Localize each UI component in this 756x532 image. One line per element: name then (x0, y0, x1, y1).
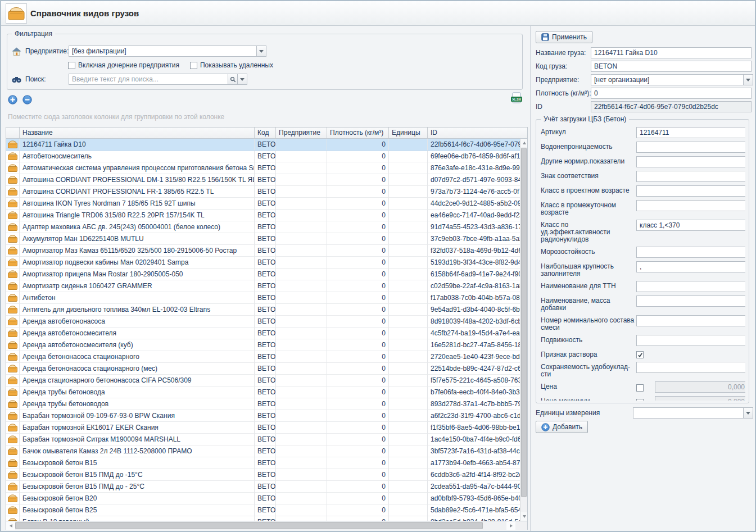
scroll-left-icon[interactable] (6, 521, 15, 530)
table-row[interactable]: Аренда трубы бетоноводов BETON 0 893d278… (6, 398, 521, 410)
table-row[interactable]: 12164711 Гайка D10 BETON 0 22fb5614-f6c7… (6, 139, 521, 151)
table-row[interactable]: Бетон В-10 товарный BETON 0 0bd3ee5d-b93… (6, 516, 521, 521)
cargo-name-input[interactable] (591, 48, 751, 58)
cargo-enterprise-label: Предприятие: (536, 76, 591, 84)
enterprise-filter-combo[interactable]: [без фильтрации] (69, 46, 266, 57)
table-row[interactable]: Аренда бетононасоса стационарного BETON … (6, 351, 521, 363)
add-row-button[interactable] (8, 95, 17, 104)
column-header-code[interactable]: Код (255, 128, 276, 138)
apply-button[interactable]: Применить (536, 31, 592, 43)
remove-row-button[interactable] (22, 95, 32, 104)
column-header-enterprise[interactable]: Предприятие (276, 128, 327, 138)
cell-units (389, 363, 428, 375)
table-row[interactable]: Безыскровой бетон В20 BETON 0 ad0bfbf9-5… (6, 493, 521, 504)
table-row[interactable]: Антибетон BETON 0 f17ab038-7c0b-404b-b57… (6, 292, 521, 304)
table-row[interactable]: Безыскровой бетон В15 ПМД до -15°С BETON… (6, 469, 521, 481)
add-button[interactable]: Добавить (536, 421, 588, 433)
search-icon[interactable] (228, 74, 237, 84)
field-checkbox[interactable] (636, 351, 644, 358)
column-header-id[interactable]: ID (428, 128, 528, 138)
table-row[interactable]: Адаптер маховика АБС дв. 245(243) 050004… (6, 221, 521, 233)
table-row[interactable]: Автобетоносмеситель BETON 0 69fee06e-db7… (6, 151, 521, 162)
price-enable-checkbox[interactable] (636, 384, 644, 392)
search-input[interactable] (69, 74, 228, 84)
field-input[interactable] (637, 362, 745, 372)
chevron-down-icon[interactable] (743, 75, 753, 85)
scroll-up-icon[interactable] (520, 139, 527, 147)
column-header-icon[interactable] (6, 128, 20, 138)
field-input[interactable] (637, 247, 745, 257)
horizontal-scrollbar[interactable] (6, 521, 527, 530)
field-input[interactable] (637, 128, 745, 138)
field-input[interactable] (637, 335, 745, 345)
table-row[interactable]: Аренда автобетоносмесителя BETON 0 4c5fb… (6, 328, 521, 339)
field-input[interactable] (637, 142, 745, 152)
cargo-density-input[interactable] (591, 88, 751, 98)
field-input[interactable] (637, 171, 745, 181)
scroll-right-icon[interactable] (506, 521, 515, 530)
units-combo[interactable] (633, 407, 753, 419)
export-xlsx-button[interactable]: XLSX (510, 92, 524, 106)
field-input[interactable] (637, 220, 745, 230)
horizontal-scroll-thumb[interactable] (15, 522, 483, 529)
field-input[interactable] (637, 186, 745, 196)
cbz-field-row: Номер номинального состава смеси (541, 315, 745, 331)
units-label: Единицы измерения (536, 409, 633, 417)
table-row[interactable]: Автошина IKON Tyres Nordman 7 185/65 R15… (6, 198, 521, 210)
table-row[interactable]: Барабан тормозной 09-109-67-93-0 BPW Ска… (6, 410, 521, 422)
table-row[interactable]: Амортизатр сиденья 1060427 GRAMMER BETON… (6, 280, 521, 292)
field-input[interactable] (637, 157, 745, 167)
search-options-chevron-icon[interactable] (237, 74, 247, 84)
table-row[interactable]: Безыскровой бетон В15 ПМД до - 25°С BETO… (6, 481, 521, 493)
table-row[interactable]: Автошина CORDIANT PROFESSIONAL DM-1 315/… (6, 174, 521, 186)
table-row[interactable]: Антигель для дизельного топлива 340мл EL… (6, 304, 521, 316)
table-row[interactable]: Аккумулятор Ман 1D6225140B MUTLU BETON 0… (6, 233, 521, 245)
cargo-folder-icon (6, 375, 20, 387)
table-row[interactable]: Аренда автобетононасоса BETON 0 8d918039… (6, 316, 521, 328)
field-input[interactable] (637, 316, 745, 326)
cell-id: f5f7e575-221c-4645-a508-763f85 (428, 375, 521, 387)
chevron-down-icon[interactable] (743, 408, 753, 418)
table-row[interactable]: Барабан тормозной ЕК16017 EKER Скания BE… (6, 422, 521, 434)
cell-units (389, 351, 428, 363)
include-children-checkbox[interactable] (68, 62, 75, 69)
cell-density: 0 (327, 457, 389, 469)
field-input[interactable] (637, 201, 745, 211)
cell-name: 12164711 Гайка D10 (20, 139, 255, 151)
field-input[interactable] (637, 296, 745, 306)
minus-icon (22, 95, 32, 104)
field-label: Морозостойкость (541, 247, 636, 256)
cell-enterprise (276, 469, 327, 481)
price-enable-checkbox[interactable] (636, 399, 644, 401)
table-row[interactable]: Автошина Triangle TRD06 315/80 R22.5 20P… (6, 210, 521, 221)
table-row[interactable]: Аренда стационарного бетононасоса CIFA P… (6, 375, 521, 387)
table-row[interactable]: Безыскровой бетон В15 BETON 0 a1773b94-0… (6, 457, 521, 469)
scroll-down-icon[interactable] (520, 512, 527, 521)
cargo-enterprise-combo[interactable]: [нет организации] (591, 74, 753, 85)
table-row[interactable]: Барабан тормозной Ситрак М1900094 MARSHA… (6, 434, 521, 445)
table-row[interactable]: Аренда бетононасоса стационарного (мес) … (6, 363, 521, 375)
table-row[interactable]: Безыскровой бетон В25 BETON 0 5dab89e2-f… (6, 504, 521, 516)
field-input[interactable] (637, 281, 745, 292)
table-row[interactable]: Автошина CORDIANT PROFESSIONAL FR-1 385/… (6, 186, 521, 198)
table-row[interactable]: Аренда трубы бетоновода BETON 0 b7fe06fa… (6, 387, 521, 398)
table-row[interactable]: Аренда автобетоносмесителя (куб) BETON 0… (6, 339, 521, 351)
table-row[interactable]: Амортизатор прицепа Ман Rostar 180-29050… (6, 269, 521, 280)
field-input[interactable] (637, 262, 745, 272)
table-row[interactable]: Автоматическая система управления процес… (6, 162, 521, 174)
vertical-scroll-thumb[interactable] (521, 148, 527, 497)
chevron-down-icon[interactable] (256, 46, 266, 56)
cargo-enterprise-value: [нет организации] (591, 76, 743, 84)
field-label: Другие нормир.показатели (541, 156, 636, 165)
table-row[interactable]: Амортизатор подвески кабины Ман 02029401… (6, 257, 521, 269)
field-box (636, 362, 745, 373)
vertical-scrollbar[interactable] (520, 139, 527, 521)
table-row[interactable]: Амортизатор Маз Камаз 65115/6520 325/500… (6, 245, 521, 257)
column-header-units[interactable]: Единицы (389, 128, 428, 138)
cargo-code-input[interactable] (591, 61, 751, 71)
cargo-table: Название Код Предприятие Плотность (кг/м… (6, 127, 528, 530)
column-header-density[interactable]: Плотность (кг/м³) (327, 128, 389, 138)
column-header-name[interactable]: Название (20, 128, 255, 138)
table-row[interactable]: Бачок омывателя Камаз 2л 24В 1112-520800… (6, 445, 521, 457)
show-deleted-checkbox[interactable] (190, 62, 197, 69)
